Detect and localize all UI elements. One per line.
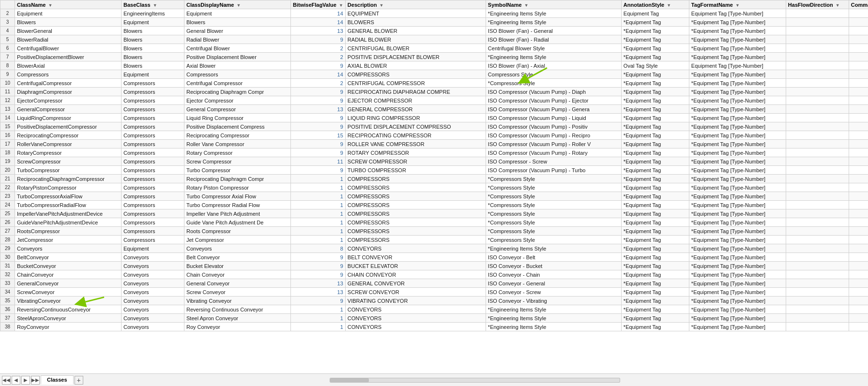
cell-description[interactable]: COMPRESSORS [345,175,486,183]
cell-tagformatname[interactable]: *Equipment Tag [Type-Number] [689,79,786,88]
table-row[interactable]: 31BucketConveyorConveyorsBucket Elevator… [0,262,868,270]
table-row[interactable]: 8BlowerAxialBlowersAxial Blower9AXIAL BL… [0,61,868,70]
cell-tagformatname[interactable]: *Equipment Tag [Type-Number] [689,105,786,114]
cell-classname[interactable]: RotaryCompressor [15,148,122,157]
cell-classname[interactable]: ScrewCompressor [15,157,122,166]
cell-bitwiseflagvalue[interactable]: 9 [291,61,346,70]
cell-symbolname[interactable]: ISO Compressor (Vacuum Pump) - Diaph [486,88,621,96]
cell-symbolname[interactable]: ISO Blower (Fan) - Axial [486,61,621,70]
cell-bitwiseflagvalue[interactable]: 9 [291,262,346,270]
cell-tagformatname[interactable]: *Equipment Tag [Type-Number] [689,35,786,44]
cell-annotationstyle[interactable]: *Equipment Tag [621,218,689,227]
cell-classname[interactable]: TurboCompressor [15,166,122,175]
cell-annotationstyle[interactable]: *Equipment Tag [621,244,689,253]
table-row[interactable]: 29ConveyorsEquipmentConveyors8CONVEYORS*… [0,244,868,253]
cell-command[interactable] [849,253,868,262]
cell-tagformatname[interactable]: *Equipment Tag [Type-Number] [689,175,786,183]
cell-description[interactable]: COMPRESSORS [345,201,486,209]
cell-tagformatname[interactable]: *Equipment Tag [Type-Number] [689,122,786,131]
cell-classname[interactable]: BeltConveyor [15,253,122,262]
cell-hasflowdirection[interactable] [786,9,849,18]
cell-hasflowdirection[interactable] [786,70,849,79]
table-row[interactable]: 38RoyConveyorConveyorsRoy Conveyor1CONVE… [0,323,868,331]
cell-annotationstyle[interactable]: *Equipment Tag [621,70,689,79]
cell-classdisplayname[interactable]: Positive Displacement Blower [184,53,291,61]
cell-tagformatname[interactable]: *Equipment Tag [Type-Number] [689,201,786,209]
cell-bitwiseflagvalue[interactable]: 13 [291,288,346,297]
cell-baseclass[interactable]: Compressors [122,114,184,122]
cell-classdisplayname[interactable]: Turbo Compressor Axial Flow [184,192,291,201]
cell-bitwiseflagvalue[interactable]: 1 [291,201,346,209]
cell-classname[interactable]: SteelApronConveyor [15,314,122,323]
tab-nav-first[interactable]: ◀◀ [2,376,11,385]
cell-symbolname[interactable]: *Compressors Style [486,183,621,192]
cell-symbolname[interactable]: *Engineering Items Style [486,305,621,314]
cell-description[interactable]: LIQUID RING COMPRESSOR [345,114,486,122]
cell-classname[interactable]: GeneralCompressor [15,105,122,114]
table-row[interactable]: 34ScrewConveyorConveyorsScrew Conveyor13… [0,288,868,297]
scrollbar-thumb[interactable] [330,378,369,382]
cell-command[interactable] [849,79,868,88]
cell-command[interactable] [849,262,868,270]
cell-tagformatname[interactable]: *Equipment Tag [Type-Number] [689,166,786,175]
cell-command[interactable] [849,105,868,114]
cell-hasflowdirection[interactable] [786,131,849,140]
cell-command[interactable] [849,157,868,166]
col-header-i[interactable]: HasFlowDirection ▼ [786,0,849,9]
cell-bitwiseflagvalue[interactable]: 2 [291,79,346,88]
cell-bitwiseflagvalue[interactable]: 13 [291,105,346,114]
cell-classdisplayname[interactable]: Roy Conveyor [184,323,291,331]
cell-hasflowdirection[interactable] [786,44,849,53]
cell-description[interactable]: COMPRESSORS [345,209,486,218]
cell-tagformatname[interactable]: *Equipment Tag [Type-Number] [689,288,786,297]
cell-classdisplayname[interactable]: Reciprocating Compressor [184,131,291,140]
cell-symbolname[interactable]: *Compressors Style [486,79,621,88]
table-row[interactable]: 14LiquidRingCompressorCompressorsLiquid … [0,114,868,122]
cell-bitwiseflagvalue[interactable]: 1 [291,323,346,331]
table-row[interactable]: 20TurboCompressorCompressorsTurbo Compre… [0,166,868,175]
cell-annotationstyle[interactable]: *Equipment Tag [621,297,689,305]
cell-description[interactable]: TURBO COMPRESSOR [345,166,486,175]
cell-classdisplayname[interactable]: General Conveyor [184,279,291,288]
cell-bitwiseflagvalue[interactable]: 9 [291,166,346,175]
cell-bitwiseflagvalue[interactable]: 1 [291,218,346,227]
cell-description[interactable]: SCREW CONVEYOR [345,288,486,297]
cell-hasflowdirection[interactable] [786,314,849,323]
cell-baseclass[interactable]: Blowers [122,27,184,35]
cell-classdisplayname[interactable]: General Blower [184,27,291,35]
cell-command[interactable] [849,183,868,192]
cell-command[interactable] [849,35,868,44]
cell-bitwiseflagvalue[interactable]: 1 [291,209,346,218]
cell-classname[interactable]: RotaryPistonCompressor [15,183,122,192]
cell-annotationstyle[interactable]: *Equipment Tag [621,131,689,140]
cell-hasflowdirection[interactable] [786,79,849,88]
cell-symbolname[interactable]: *Engineering Items Style [486,323,621,331]
col-header-a[interactable]: ClassName ▼ [15,0,122,9]
cell-hasflowdirection[interactable] [786,175,849,183]
cell-command[interactable] [849,88,868,96]
cell-description[interactable]: EJECTOR COMPRESSOR [345,96,486,105]
cell-classname[interactable]: RoyConveyor [15,323,122,331]
table-row[interactable]: 5BlowerRadialBlowersRadial Blower9RADIAL… [0,35,868,44]
cell-tagformatname[interactable]: *Equipment Tag [Type-Number] [689,262,786,270]
cell-annotationstyle[interactable]: Equipment Tag [621,9,689,18]
cell-hasflowdirection[interactable] [786,244,849,253]
tab-nav-prev[interactable]: ◀ [12,376,20,385]
cell-command[interactable] [849,131,868,140]
cell-baseclass[interactable]: Equipment [122,244,184,253]
cell-tagformatname[interactable]: *Equipment Tag [Type-Number] [689,209,786,218]
cell-tagformatname[interactable]: *Equipment Tag [Type-Number] [689,279,786,288]
cell-annotationstyle[interactable]: *Equipment Tag [621,44,689,53]
cell-baseclass[interactable]: Compressors [122,175,184,183]
cell-description[interactable]: CONVEYORS [345,314,486,323]
cell-tagformatname[interactable]: *Equipment Tag [Type-Number] [689,305,786,314]
cell-baseclass[interactable]: Blowers [122,44,184,53]
cell-description[interactable]: CONVEYORS [345,305,486,314]
cell-hasflowdirection[interactable] [786,166,849,175]
cell-baseclass[interactable]: Compressors [122,166,184,175]
cell-symbolname[interactable]: Centrifugal Blower Style [486,44,621,53]
cell-baseclass[interactable]: Conveyors [122,305,184,314]
cell-classdisplayname[interactable]: Belt Conveyor [184,253,291,262]
cell-classname[interactable]: GeneralConveyor [15,279,122,288]
cell-baseclass[interactable]: Compressors [122,131,184,140]
